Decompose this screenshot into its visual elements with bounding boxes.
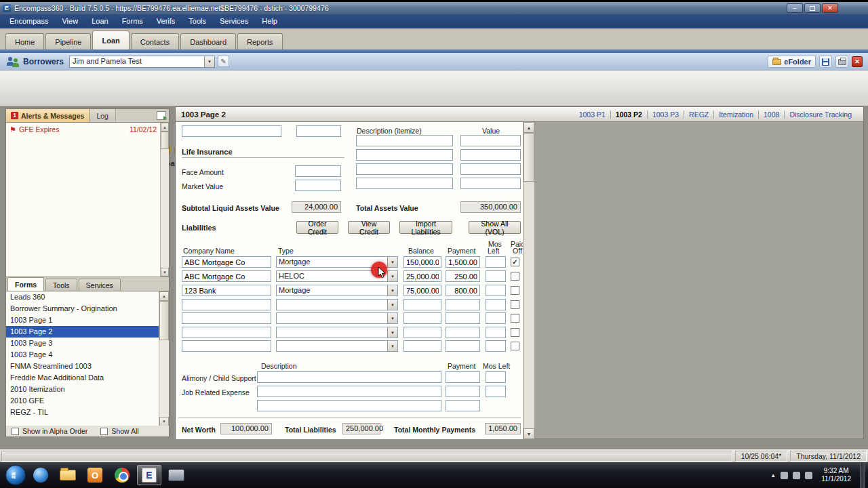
save-button[interactable] xyxy=(819,56,832,68)
itemize-description-input[interactable] xyxy=(356,163,453,175)
paid-off-checkbox[interactable] xyxy=(511,286,519,295)
balance-input[interactable] xyxy=(403,327,441,338)
company-name-input[interactable] xyxy=(182,270,271,282)
market-value-input[interactable] xyxy=(295,180,341,191)
taskbar-outlook[interactable]: O xyxy=(83,465,107,485)
itemize-description-input[interactable] xyxy=(356,149,453,161)
balance-input[interactable] xyxy=(403,340,441,352)
form-item-borrower-summary[interactable]: Borrower Summary - Origination xyxy=(6,303,169,314)
itemize-value-input[interactable] xyxy=(460,135,521,146)
hidden-icons-chevron[interactable]: ▲ xyxy=(770,472,776,479)
menu-tools[interactable]: Tools xyxy=(182,14,213,28)
form-item-1003-page-3[interactable]: 1003 Page 3 xyxy=(6,338,169,349)
liability-type-select[interactable]: ▼ xyxy=(276,327,398,338)
liability-type-select[interactable]: ▼ xyxy=(276,299,398,310)
asset-description-input[interactable] xyxy=(182,125,281,137)
edit-borrower-icon[interactable]: ✎ xyxy=(218,56,229,67)
taskbar-explorer[interactable] xyxy=(56,465,80,485)
payment-input[interactable] xyxy=(446,285,480,296)
balance-input[interactable] xyxy=(403,270,441,282)
balance-input[interactable] xyxy=(403,285,441,296)
view-credit-button[interactable]: View Credit xyxy=(348,221,390,234)
link-regz[interactable]: REGZ xyxy=(684,110,713,119)
liability-type-select[interactable]: ▼ xyxy=(276,340,398,352)
chevron-down-icon[interactable]: ▼ xyxy=(387,285,397,296)
menu-loan[interactable]: Loan xyxy=(85,14,115,28)
tab-pipeline[interactable]: Pipeline xyxy=(45,33,91,49)
tab-home[interactable]: Home xyxy=(5,33,44,49)
itemize-value-input[interactable] xyxy=(460,149,521,161)
mos-left-input[interactable] xyxy=(486,256,506,268)
itemize-description-input[interactable] xyxy=(356,135,453,146)
paid-off-checkbox[interactable] xyxy=(511,300,519,309)
mos-left-input[interactable] xyxy=(486,299,506,310)
job-expense-mos-left-input[interactable] xyxy=(486,386,506,397)
scroll-thumb[interactable] xyxy=(161,131,169,149)
form-item-2010-itemization[interactable]: 2010 Itemization xyxy=(6,384,169,395)
company-name-input[interactable] xyxy=(182,299,271,310)
efolder-button[interactable]: eFolder xyxy=(768,56,816,68)
start-button[interactable] xyxy=(5,465,26,485)
link-1003-p1[interactable]: 1003 P1 xyxy=(574,110,610,119)
show-all-checkbox[interactable] xyxy=(100,428,108,435)
itemize-value-input[interactable] xyxy=(460,163,521,175)
payment-input[interactable] xyxy=(446,270,480,282)
taskbar-window-preview[interactable] xyxy=(164,465,189,485)
liability-type-select[interactable]: ▼ xyxy=(276,312,398,324)
form-item-1003-page-2[interactable]: 1003 Page 2 xyxy=(6,326,169,338)
chevron-down-icon[interactable]: ▼ xyxy=(387,257,397,267)
menu-view[interactable]: View xyxy=(55,14,85,28)
tab-log[interactable]: Log xyxy=(90,109,116,122)
balance-input[interactable] xyxy=(403,312,441,324)
taskbar-clock[interactable]: 9:32 AM 11/1/2012 xyxy=(817,467,855,483)
menu-services[interactable]: Services xyxy=(213,14,255,28)
link-itemization[interactable]: Itemization xyxy=(713,110,758,119)
forms-scrollbar[interactable]: ▲ ▼ xyxy=(159,291,169,426)
mos-left-input[interactable] xyxy=(486,327,506,338)
company-name-input[interactable] xyxy=(182,256,271,268)
menu-help[interactable]: Help xyxy=(255,14,284,28)
close-button[interactable]: ✕ xyxy=(822,3,838,13)
chevron-down-icon[interactable]: ▼ xyxy=(387,313,397,323)
mos-left-input[interactable] xyxy=(486,340,506,352)
taskbar-media-player[interactable] xyxy=(28,465,53,485)
alert-item[interactable]: ⚑ GFE Expires 11/02/12 xyxy=(6,124,160,135)
action-center-icon[interactable] xyxy=(781,472,788,479)
chevron-down-icon[interactable]: ▼ xyxy=(387,327,397,338)
order-credit-button[interactable]: Order Credit xyxy=(296,221,338,234)
itemize-description-input[interactable] xyxy=(356,178,453,189)
borrower-select[interactable]: Jim and Pamela Test ▼ xyxy=(69,56,215,68)
company-name-input[interactable] xyxy=(182,285,271,296)
taskbar-chrome[interactable] xyxy=(110,465,134,485)
menu-forms[interactable]: Forms xyxy=(115,14,150,28)
asset-value-input[interactable] xyxy=(296,125,341,137)
tab-tools[interactable]: Tools xyxy=(45,279,77,291)
alimony-payment-input[interactable] xyxy=(446,371,480,383)
chevron-down-icon[interactable]: ▼ xyxy=(387,341,397,351)
scroll-down-icon[interactable]: ▼ xyxy=(161,268,169,277)
link-1008[interactable]: 1008 xyxy=(758,110,784,119)
tab-forms[interactable]: Forms xyxy=(7,277,44,291)
taskbar-encompass[interactable]: E xyxy=(137,465,161,485)
link-1003-p3[interactable]: 1003 P3 xyxy=(647,110,684,119)
volume-icon[interactable] xyxy=(805,472,812,479)
minimize-button[interactable]: – xyxy=(787,3,803,13)
chevron-down-icon[interactable]: ▼ xyxy=(204,56,214,67)
job-expense-description-input[interactable] xyxy=(257,400,441,411)
scroll-up-icon[interactable]: ▲ xyxy=(161,123,169,131)
paid-off-checkbox[interactable]: ✓ xyxy=(511,258,519,266)
tab-dashboard[interactable]: Dashboard xyxy=(180,33,236,49)
paid-off-checkbox[interactable] xyxy=(511,342,519,350)
tab-services[interactable]: Services xyxy=(79,279,121,291)
scroll-up-icon[interactable]: ▲ xyxy=(159,291,169,301)
face-amount-input[interactable] xyxy=(295,165,341,177)
payment-input[interactable] xyxy=(446,299,480,310)
form-item-1003-page-4[interactable]: 1003 Page 4 xyxy=(6,349,169,361)
mos-left-input[interactable] xyxy=(486,270,506,282)
company-name-input[interactable] xyxy=(182,327,271,338)
itemize-value-input[interactable] xyxy=(460,178,521,189)
menu-verifs[interactable]: Verifs xyxy=(150,14,182,28)
tab-reports[interactable]: Reports xyxy=(237,33,283,49)
tab-loan[interactable]: Loan xyxy=(92,30,129,49)
alimony-description-input[interactable] xyxy=(257,371,441,383)
